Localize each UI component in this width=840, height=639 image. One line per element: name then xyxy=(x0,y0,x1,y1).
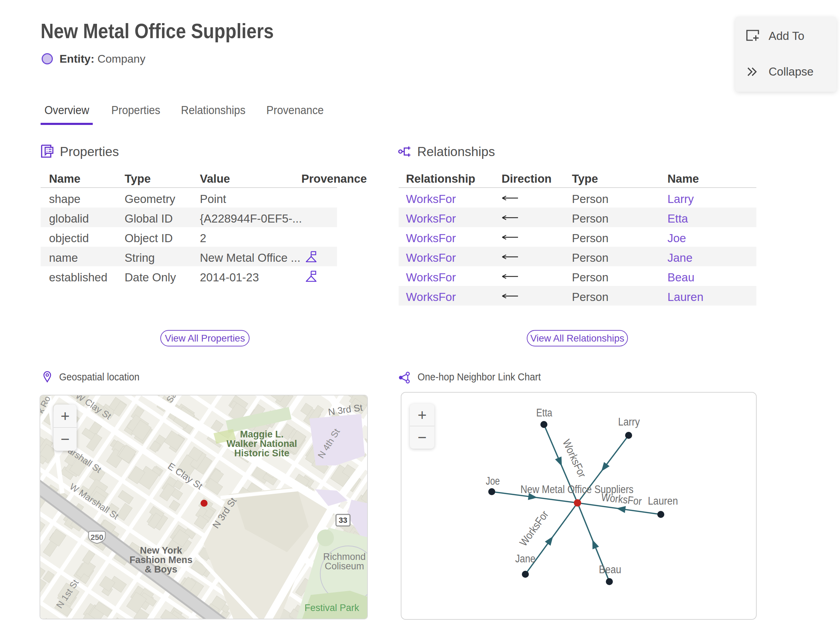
svg-text:Lauren: Lauren xyxy=(648,495,678,507)
svg-text:Beau: Beau xyxy=(599,563,621,575)
svg-text:Joe: Joe xyxy=(486,475,500,487)
svg-text:Jane: Jane xyxy=(515,553,536,565)
svg-text:Maggie L.: Maggie L. xyxy=(240,429,284,440)
svg-text:Fashion Mens: Fashion Mens xyxy=(129,555,192,565)
svg-text:New York: New York xyxy=(140,545,183,556)
svg-text:WorksFor: WorksFor xyxy=(517,509,550,548)
svg-text:250: 250 xyxy=(91,533,103,542)
svg-text:Richmond: Richmond xyxy=(323,552,366,562)
svg-text:Larry: Larry xyxy=(618,416,640,428)
svg-text:& Boys: & Boys xyxy=(145,564,177,575)
svg-text:33: 33 xyxy=(339,516,347,525)
svg-text:Historic Site: Historic Site xyxy=(234,448,290,458)
svg-text:Etta: Etta xyxy=(536,407,553,419)
svg-text:Walker National: Walker National xyxy=(226,439,297,449)
svg-text:WorksFor: WorksFor xyxy=(601,491,642,507)
svg-text:Festival Park: Festival Park xyxy=(304,602,360,613)
svg-text:Coliseum: Coliseum xyxy=(325,561,364,571)
